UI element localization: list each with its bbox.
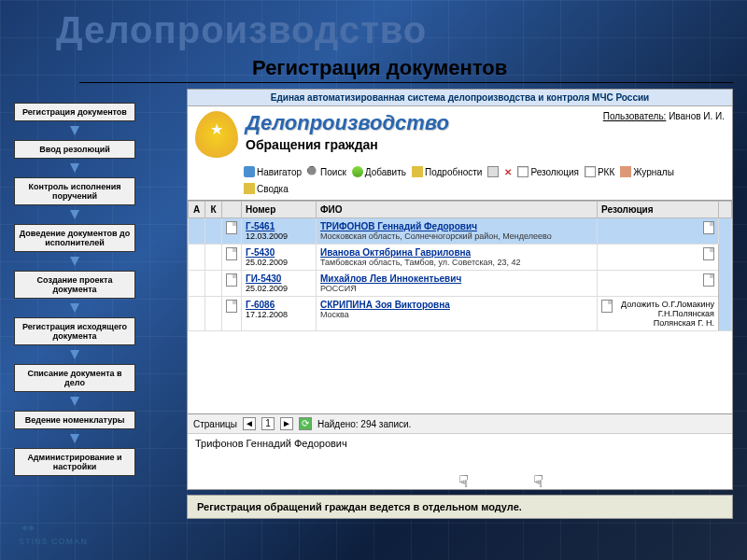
title-divider [79, 82, 733, 83]
summary-button[interactable]: Сводка [244, 183, 289, 194]
emblem-icon [195, 111, 238, 158]
col-resolution[interactable]: Резолюция [598, 202, 719, 218]
cell-fio: СКРИПИНА Зоя ВикторовнаМосква [317, 297, 598, 331]
cell-number: Г-546112.03.2009 [242, 218, 317, 245]
cursor-icon-1: ☟ [458, 471, 469, 492]
footer-note: Регистрация обращений граждан ведется в … [187, 495, 733, 519]
vendor-logo-icon [19, 522, 37, 535]
pager: Страницы ◄ 1 ► ⟳ Найдено: 294 записи. [188, 413, 732, 433]
cell-fio: ТРИФОНОВ Геннадий ФедоровичМосковская об… [317, 218, 598, 245]
app-header: Единая автоматизированная система делопр… [188, 90, 732, 106]
app-section: Обращения граждан [246, 137, 596, 152]
cell-doc-icon [222, 218, 242, 245]
col-blank[interactable] [222, 202, 242, 218]
doc-icon [517, 166, 529, 177]
record-number-link[interactable]: ГИ-5430 [246, 273, 281, 284]
next-page-button[interactable]: ► [280, 417, 293, 430]
cell-fio: Иванова Октябрина ГавриловнаТамбовская о… [317, 245, 598, 271]
record-number-link[interactable]: Г-5430 [246, 247, 275, 258]
nav-button[interactable]: Навигатор [244, 166, 302, 177]
sidebar-step-6[interactable]: Списание документа в дело [14, 364, 135, 392]
table-row[interactable]: Г-608617.12.2008СКРИПИНА Зоя ВикторовнаМ… [189, 297, 732, 331]
cell-resolution: Доложить О.Г.ЛомакинуГ.Н.ПолянскаяПолянс… [598, 297, 719, 331]
cell-doc-icon [222, 245, 242, 271]
cell-k [205, 218, 222, 245]
page-icon [226, 273, 237, 287]
pages-label: Страницы [193, 419, 237, 429]
cell-fio: Михайлов Лев ИннокентьевичРОССИЯ [317, 271, 598, 297]
cell-a [189, 218, 205, 245]
record-fio-link[interactable]: Михайлов Лев Иннокентьевич [320, 273, 461, 284]
prev-page-button[interactable]: ◄ [243, 417, 256, 430]
toolbar-main: Навигатор Поиск Добавить Подробности ✕ Р… [188, 162, 732, 181]
res-doc-icon [703, 221, 714, 234]
resolution-button[interactable]: Резолюция [517, 166, 578, 177]
summary-icon [244, 183, 255, 194]
col-number[interactable]: Номер [242, 202, 317, 218]
journals-button[interactable]: Журналы [620, 166, 674, 177]
cell-number: ГИ-543025.02.2009 [242, 271, 317, 297]
card-icon [585, 166, 596, 177]
cursor-icon-2: ☟ [533, 471, 543, 492]
detail-name: Трифонов Геннадий Федорович [195, 438, 347, 449]
cell-resolution [598, 218, 719, 245]
cell-number: Г-608617.12.2008 [242, 297, 317, 331]
record-number-link[interactable]: Г-5461 [246, 221, 275, 231]
record-fio-link[interactable]: Иванова Октябрина Гавриловна [320, 247, 471, 258]
sidebar-step-5[interactable]: Регистрация исходящего документа [14, 317, 135, 345]
cell-doc-icon [222, 271, 242, 297]
cell-k [205, 271, 222, 297]
details-button[interactable]: Подробности [412, 166, 482, 177]
record-number-link[interactable]: Г-6086 [246, 300, 275, 310]
user-label: Пользователь: [603, 111, 667, 121]
col-fio[interactable]: ФИО [317, 202, 598, 218]
add-button[interactable]: Добавить [352, 166, 406, 177]
search-button[interactable]: Поиск [307, 166, 346, 177]
vendor-name: STINS COMAN [19, 537, 88, 546]
sidebar-step-1[interactable]: Ввод резолюций [14, 140, 135, 159]
cell-a [189, 245, 205, 271]
cell-a [189, 297, 205, 331]
page-icon [226, 221, 237, 234]
res-doc-icon [601, 300, 613, 313]
page-number[interactable]: 1 [261, 417, 275, 430]
sidebar-step-7[interactable]: Ведение номенклатуры [14, 411, 135, 429]
col-a[interactable]: А [189, 202, 205, 218]
copy-button[interactable] [487, 166, 499, 177]
vendor-footer: STINS COMAN [19, 522, 88, 546]
user-name: Иванов И. И. [669, 111, 725, 121]
journal-icon [620, 166, 631, 177]
rkk-button[interactable]: РКК [585, 166, 614, 177]
copy-icon [487, 166, 499, 177]
records-table-wrap: А К Номер ФИО Резолюция Г-546112.03.2009… [188, 200, 732, 413]
record-fio-link[interactable]: СКРИПИНА Зоя Викторовна [320, 300, 450, 310]
record-fio-link[interactable]: ТРИФОНОВ Геннадий Федорович [320, 221, 477, 231]
refresh-button[interactable]: ⟳ [299, 417, 312, 430]
sidebar-step-2[interactable]: Контроль исполнения поручений [14, 177, 135, 205]
table-row[interactable]: ГИ-543025.02.2009Михайлов Лев Иннокентье… [189, 271, 732, 297]
add-icon [352, 166, 363, 177]
detail-pane: Трифонов Геннадий Федорович ☟ ☟ [188, 433, 732, 489]
res-doc-icon [703, 247, 714, 260]
details-icon [412, 166, 423, 177]
res-doc-icon [703, 273, 714, 287]
user-info: Пользователь: Иванов И. И. [603, 111, 725, 121]
table-row[interactable]: Г-543025.02.2009Иванова Октябрина Гаврил… [189, 245, 732, 271]
cell-doc-icon [222, 297, 242, 331]
slide-sub-title: Регистрация документов [252, 56, 507, 80]
sidebar-step-3[interactable]: Доведение документов до исполнителей [14, 224, 135, 252]
cell-number: Г-543025.02.2009 [242, 245, 317, 271]
slide-main-title: Делопроизводство [56, 9, 427, 51]
col-k[interactable]: К [205, 202, 222, 218]
scrollbar[interactable] [719, 218, 732, 331]
application-window: Единая автоматизированная система делопр… [187, 89, 733, 490]
search-icon [307, 166, 318, 177]
navigator-icon [244, 166, 255, 177]
sidebar-step-0[interactable]: Регистрация документов [14, 103, 135, 121]
sidebar-step-8[interactable]: Администрирование и настройки [14, 448, 135, 476]
cell-k [205, 297, 222, 331]
delete-button[interactable]: ✕ [504, 167, 512, 177]
sidebar-step-4[interactable]: Создание проекта документа [14, 271, 135, 299]
table-row[interactable]: Г-546112.03.2009ТРИФОНОВ Геннадий Федоро… [189, 218, 732, 245]
sidebar-flowchart: Регистрация документов Ввод резолюций Ко… [14, 103, 140, 495]
